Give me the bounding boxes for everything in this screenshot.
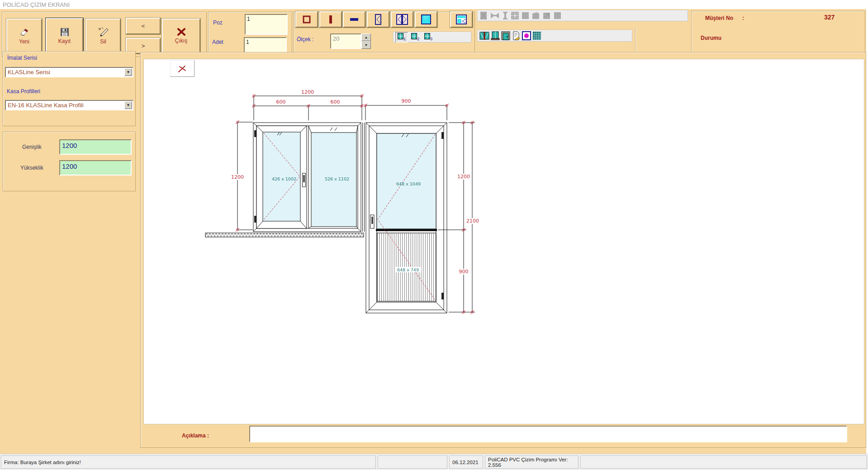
- door-handle: [370, 215, 374, 228]
- delete-button[interactable]: Sil: [85, 19, 121, 53]
- tools-strip: [477, 30, 632, 42]
- status-empty-right: [580, 456, 867, 469]
- window-title: POLİCAD ÇİZİM EKRANI: [3, 1, 70, 8]
- disabled-window-x-icon[interactable]: [479, 11, 489, 20]
- save-button[interactable]: Kayıt: [46, 18, 83, 54]
- imalat-serisi-label: İmalat Serisi: [7, 55, 37, 61]
- customer-status-label: Durumu: [701, 35, 721, 41]
- scale-down-button[interactable]: ▼: [361, 41, 371, 49]
- shape-double-sash-button[interactable]: [391, 11, 413, 28]
- shape-frame-button[interactable]: [295, 11, 318, 28]
- adet-label: Adet: [212, 39, 223, 45]
- glass-label-pane2: 526 x 1102: [325, 176, 349, 181]
- next-button-label: >: [142, 43, 145, 49]
- aciklama-label: Açıklama :: [182, 432, 209, 439]
- grid-table-icon[interactable]: [532, 31, 541, 40]
- shape-horizontal-post-button[interactable]: [343, 11, 365, 28]
- disabled-solid1-icon[interactable]: [521, 11, 530, 20]
- disabled-fold-icon[interactable]: [531, 11, 541, 20]
- poz-label: Poz: [213, 19, 223, 26]
- dim-door-top-height: 1200: [457, 174, 470, 180]
- disabled-bowtie-icon[interactable]: [490, 11, 500, 20]
- status-firma: Firma: Buraya Şirket adını giriniz!: [1, 456, 376, 469]
- coupler-profile: [363, 123, 365, 232]
- dim-door-total-height: 2100: [466, 218, 479, 224]
- status-bar: Firma: Buraya Şirket adını giriniz! 06.1…: [0, 454, 868, 470]
- view3-window-icon: [424, 33, 430, 39]
- disabled-vbowtie-icon[interactable]: [501, 11, 509, 20]
- window-hinge-top: [254, 130, 256, 137]
- window-handle: [303, 173, 306, 187]
- shape-transom-button[interactable]: [450, 11, 473, 28]
- exit-button[interactable]: Çıkış: [162, 19, 200, 53]
- customer-no-colon: :: [742, 15, 744, 21]
- dim-window-height: 1200: [231, 174, 244, 180]
- exit-button-label: Çıkış: [175, 38, 187, 44]
- imalat-dropdown-arrow-icon[interactable]: ▼: [124, 68, 132, 76]
- scale-up-button[interactable]: ▲: [361, 33, 371, 41]
- door-hinge-top: [441, 132, 444, 139]
- window-hinge-bottom: [254, 216, 256, 223]
- genislik-input[interactable]: 1200: [59, 139, 132, 155]
- shape-sash-button[interactable]: [367, 11, 389, 28]
- yukseklik-input[interactable]: 1200: [59, 160, 132, 176]
- customer-no-label: Müşteri No: [705, 15, 733, 21]
- dim-total-width: 1200: [301, 89, 314, 95]
- view1-window-icon: [398, 33, 403, 39]
- door-icon[interactable]: [501, 31, 510, 40]
- horizontal-post-icon: [349, 16, 359, 23]
- save-floppy-icon: [60, 28, 69, 37]
- genislik-label: Genişlik: [22, 144, 42, 150]
- disabled-tools-strip: [477, 10, 688, 21]
- view-tab-3[interactable]: 3: [422, 33, 434, 42]
- new-button-label: Yeni: [19, 38, 29, 45]
- previous-button[interactable]: <: [126, 18, 161, 34]
- frame-square-icon: [303, 15, 311, 24]
- imalat-serisi-value: KLASLine Serisi: [8, 69, 50, 76]
- dim-door-bottom-height: 900: [459, 269, 469, 275]
- document-hand-icon[interactable]: [512, 31, 521, 40]
- view-tab-2[interactable]: 2: [409, 33, 421, 42]
- dim-door-width: 900: [402, 98, 411, 104]
- disabled-arrow-box-icon[interactable]: [542, 11, 552, 20]
- window-sill-icon[interactable]: [491, 31, 500, 40]
- kasa-profilleri-label: Kasa Profilleri: [7, 88, 40, 95]
- view2-window-icon: [411, 33, 417, 39]
- kasa-dropdown-arrow-icon[interactable]: ▼: [124, 101, 132, 109]
- color-dot-icon[interactable]: [522, 31, 531, 40]
- double-casement-icon[interactable]: [479, 31, 489, 40]
- exit-x-icon: [177, 28, 186, 36]
- view-tab-1[interactable]: 1: [395, 32, 408, 43]
- new-icon: [19, 27, 30, 37]
- customer-no-value: 327: [824, 14, 835, 21]
- view-tabs-strip: 1 2 3: [393, 32, 471, 43]
- view-tab-1-label: 1: [403, 37, 406, 41]
- cad-drawing[interactable]: 1200 600 600 900 1200 1200 900 2100 426 …: [143, 59, 505, 348]
- kasa-profilleri-select[interactable]: EN-16 KLASLine Kasa Profili ▼: [5, 100, 133, 110]
- new-button[interactable]: Yeni: [6, 19, 42, 53]
- save-button-label: Kayıt: [58, 38, 71, 44]
- disabled-solid2-icon[interactable]: [553, 11, 562, 20]
- disabled-grid-window-icon[interactable]: [511, 11, 520, 20]
- status-version: PoliCAD PVC Çizim Programı Ver: 2.556: [485, 456, 579, 469]
- single-sash-icon: [375, 14, 382, 25]
- shape-glass-button[interactable]: [415, 11, 437, 28]
- dim-width-2: 600: [331, 99, 340, 105]
- dim-width-1: 600: [276, 99, 286, 105]
- view-tab-3-label: 3: [430, 37, 432, 41]
- status-empty: [378, 456, 447, 469]
- delete-pencil-icon: [98, 27, 109, 37]
- scale-label: Ölçek :: [297, 36, 313, 43]
- scale-input[interactable]: 20: [330, 33, 361, 49]
- window-sill: [205, 233, 364, 237]
- door-hinge-bottom: [441, 293, 444, 299]
- shape-vertical-post-button[interactable]: [319, 11, 342, 28]
- policad-window: POLİCAD ÇİZİM EKRANI Yeni Kayıt Sil < > …: [0, 0, 868, 470]
- imalat-serisi-select[interactable]: KLASLine Serisi ▼: [5, 67, 133, 77]
- yukseklik-label: Yükseklik: [20, 165, 43, 171]
- delete-button-label: Sil: [100, 38, 106, 45]
- poz-input[interactable]: 1: [245, 14, 288, 35]
- kasa-profilleri-value: EN-16 KLASLine Kasa Profili: [8, 102, 84, 109]
- aciklama-input[interactable]: [249, 426, 847, 442]
- toolbar-divider: [635, 28, 636, 55]
